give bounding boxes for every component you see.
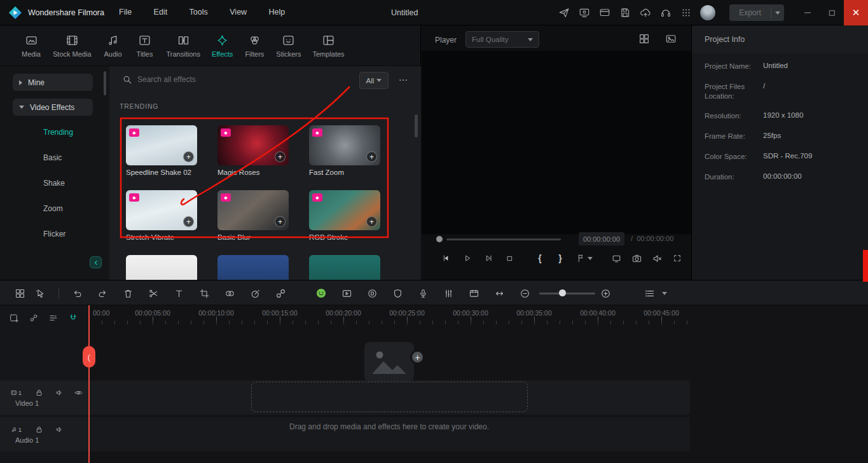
link-clips-button[interactable]	[27, 312, 40, 324]
tab-templates[interactable]: Templates	[307, 34, 350, 58]
zoom-in-button[interactable]	[598, 286, 612, 300]
track-manager-button[interactable]	[47, 312, 60, 324]
redo-button[interactable]	[95, 286, 109, 300]
effect-card-partial[interactable]	[217, 255, 289, 280]
sidebar-item-basic[interactable]: Basic	[43, 153, 62, 162]
stop-button[interactable]	[502, 251, 516, 265]
color-match-button[interactable]	[223, 286, 237, 300]
support-headset-icon[interactable]	[660, 7, 672, 18]
zoom-slider[interactable]	[539, 293, 595, 294]
sidebar-item-zoom[interactable]: Zoom	[43, 204, 63, 213]
screen-record-icon[interactable]	[579, 7, 590, 18]
undo-button[interactable]	[70, 286, 84, 300]
previous-frame-button[interactable]	[439, 251, 453, 265]
effect-thumbnail[interactable]	[309, 255, 380, 280]
sidebar-group-video-effects[interactable]: Video Effects	[13, 99, 93, 116]
sidebar-item-shake[interactable]: Shake	[43, 179, 65, 188]
link-button[interactable]	[273, 286, 287, 300]
maximize-button[interactable]	[820, 0, 844, 25]
menu-view[interactable]: View	[220, 0, 256, 24]
fullscreen-button[interactable]	[670, 251, 684, 265]
add-clip-button[interactable]	[8, 312, 20, 324]
video-preview[interactable]	[422, 51, 691, 234]
minimize-button[interactable]	[796, 0, 820, 25]
mask-button[interactable]	[390, 286, 404, 300]
tab-media[interactable]: Media	[15, 34, 47, 58]
text-tool-button[interactable]	[172, 286, 186, 300]
tab-effects[interactable]: Effects	[206, 34, 238, 58]
effect-card-magic-roses[interactable]: ◆ + Magic Roses	[217, 125, 289, 176]
menu-file[interactable]: File	[109, 0, 141, 24]
user-avatar[interactable]	[700, 5, 715, 20]
effect-thumbnail[interactable]	[217, 255, 289, 280]
tab-stock-media[interactable]: Stock Media	[47, 34, 97, 58]
mark-out-button[interactable]: }	[553, 251, 567, 265]
more-options-button[interactable]	[396, 73, 411, 87]
sidebar-scrollbar[interactable]	[104, 71, 106, 95]
tab-transitions[interactable]: Transitions	[161, 34, 206, 58]
split-button[interactable]	[146, 286, 160, 300]
delete-button[interactable]	[121, 286, 135, 300]
display-button[interactable]	[609, 251, 623, 265]
export-caret[interactable]	[771, 11, 784, 15]
zoom-out-button[interactable]	[518, 286, 532, 300]
effect-thumbnail[interactable]	[126, 255, 197, 280]
track-list-caret[interactable]	[660, 286, 669, 300]
playhead-handle[interactable]: (	[83, 346, 95, 368]
filter-all-dropdown[interactable]: All	[359, 72, 389, 89]
tab-titles[interactable]: Titles	[129, 34, 161, 58]
export-button[interactable]: Export	[729, 4, 784, 21]
save-icon[interactable]	[619, 7, 631, 18]
speaker-icon[interactable]	[53, 387, 65, 398]
eye-icon[interactable]	[72, 387, 84, 398]
search-input[interactable]	[137, 72, 347, 87]
share-plane-icon[interactable]	[558, 7, 570, 18]
sidebar-item-trending[interactable]: Trending	[43, 128, 73, 137]
seek-knob[interactable]	[436, 236, 443, 242]
add-effect-button[interactable]: +	[183, 216, 194, 227]
auto-ripple-button[interactable]	[492, 286, 506, 300]
effect-card-stretch-vibrate[interactable]: ◆ + Stretch Vibrate	[126, 190, 197, 241]
media-drop-zone[interactable]	[251, 382, 528, 412]
effect-thumbnail[interactable]: ◆ +	[217, 125, 289, 165]
add-media-button[interactable]: +	[410, 350, 425, 364]
sidebar-group-mine[interactable]: Mine	[13, 74, 93, 91]
effect-card-partial[interactable]	[126, 255, 197, 280]
seek-track[interactable]	[446, 238, 561, 240]
plugin-card-button[interactable]	[340, 286, 354, 300]
sidebar-item-flicker[interactable]: Flicker	[43, 230, 65, 238]
menu-tools[interactable]: Tools	[180, 0, 217, 24]
effect-thumbnail[interactable]: ◆ +	[309, 190, 380, 230]
audio-mixer-button[interactable]	[441, 286, 455, 300]
effect-card-speedline-shake[interactable]: ◆ + Speedline Shake 02	[126, 125, 197, 176]
cloud-upload-icon[interactable]	[640, 7, 651, 18]
effect-card-rgb-stroke[interactable]: ◆ + RGB Stroke	[309, 190, 380, 241]
track-list-button[interactable]	[642, 286, 656, 300]
add-effect-button[interactable]: +	[366, 151, 377, 162]
plugin-d-button[interactable]	[365, 286, 379, 300]
crop-button[interactable]	[197, 286, 211, 300]
effect-thumbnail[interactable]: ◆ +	[126, 190, 197, 230]
add-effect-button[interactable]: +	[275, 151, 286, 162]
speaker-icon[interactable]	[53, 424, 65, 435]
collapse-sidebar-button[interactable]	[90, 256, 102, 268]
speed-ramp-button[interactable]	[248, 286, 262, 300]
voiceover-button[interactable]	[416, 286, 430, 300]
marker-caret[interactable]	[586, 251, 594, 265]
effect-card-fast-zoom[interactable]: ◆ + Fast Zoom	[309, 125, 380, 176]
menu-help[interactable]: Help	[259, 0, 295, 24]
add-effect-button[interactable]: +	[366, 216, 377, 227]
quality-dropdown[interactable]: Full Quality	[465, 31, 539, 48]
apps-grid-icon[interactable]	[680, 7, 692, 18]
menu-edit[interactable]: Edit	[144, 0, 177, 24]
effect-thumbnail[interactable]: ◆ +	[309, 125, 380, 165]
play-button[interactable]	[460, 251, 474, 265]
playhead-line[interactable]	[88, 305, 90, 463]
snapping-button[interactable]	[67, 312, 79, 324]
effect-thumbnail[interactable]: ◆ +	[126, 125, 197, 165]
add-effect-button[interactable]: +	[275, 216, 286, 227]
next-frame-button[interactable]	[482, 251, 496, 265]
mark-in-button[interactable]: {	[533, 251, 547, 265]
lock-icon[interactable]	[33, 424, 45, 435]
smart-cursor-button[interactable]	[33, 286, 47, 300]
